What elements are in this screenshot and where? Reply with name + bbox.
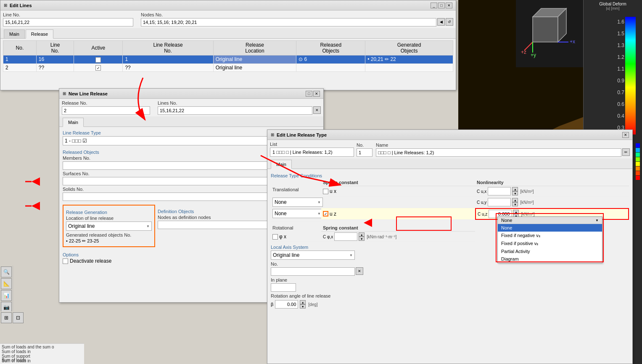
ert-name-label: Name xyxy=(376,142,630,148)
release-generation-header: Release Generation xyxy=(66,210,152,215)
minimize-btn[interactable]: _ xyxy=(431,3,437,8)
cphix-down[interactable]: ▼ xyxy=(359,237,365,241)
location-dropdown[interactable]: Original line ▼ xyxy=(66,222,152,231)
ert-name-input[interactable]: □□□ □ | Line Releases: 1,2) xyxy=(376,148,621,157)
tool-btn-3[interactable]: 📊 xyxy=(1,290,12,301)
nlr-close-btn[interactable]: ✕ xyxy=(313,91,320,97)
nlr-lines-no-label: Lines No. xyxy=(158,100,321,106)
ert-no-input[interactable]: 1 xyxy=(357,148,373,157)
nonlinearity-option-fixed-neg[interactable]: Fixed if negative v₂ xyxy=(498,232,602,240)
active-cb-1[interactable] xyxy=(95,57,101,63)
nonlinearity-dropdown-arrow: ▼ xyxy=(595,219,599,222)
svg-marker-12 xyxy=(32,177,40,186)
nonlinearity-option-partial[interactable]: Partial Activity xyxy=(498,248,602,255)
beta-input[interactable]: 0.00 xyxy=(275,300,298,309)
nodes-no-input[interactable]: 14,15; 15,16; 19,20; 20,21 xyxy=(141,18,436,26)
ert-tab-main[interactable]: Main xyxy=(271,160,292,169)
status-line2: Sum of loads in xyxy=(2,349,82,354)
cuy-input[interactable] xyxy=(488,198,511,206)
cuz-unit: [kN/m²] xyxy=(521,212,534,216)
cphix-input[interactable] xyxy=(334,232,357,241)
nodes-next-btn[interactable]: ↺ xyxy=(446,18,453,26)
in-plane-input[interactable] xyxy=(271,283,296,292)
active-cb-2[interactable] xyxy=(95,65,101,71)
cphix-up[interactable]: ▲ xyxy=(359,232,365,237)
no-field-btn[interactable]: ✕ xyxy=(356,267,363,275)
cuy-unit: [kN/m²] xyxy=(520,200,534,205)
icon-btn-copy[interactable]: ⊡ xyxy=(13,312,24,323)
deactivate-label: Deactivate release xyxy=(70,258,111,264)
cuy-spin: ▲ ▼ xyxy=(512,198,518,206)
nonlinearity-uz-cell xyxy=(271,220,321,222)
no-field-input[interactable] xyxy=(271,267,355,276)
beta-spin: ▲ ▼ xyxy=(300,300,306,309)
nonlinearity-none-2: None ▼ xyxy=(271,208,321,220)
nonlinearity-option-diagram[interactable]: Diagram xyxy=(498,255,602,263)
nonlinearity-uy-dropdown[interactable]: None ▼ xyxy=(272,209,323,218)
nonlinearity-ux-dropdown[interactable]: None ▼ xyxy=(272,198,323,207)
release-generation-box: Release Generation Location of line rele… xyxy=(63,205,155,247)
spring-constant-header: Spring constant xyxy=(321,179,475,186)
beta-unit: [deg] xyxy=(308,302,317,307)
cuz-up[interactable]: ▲ xyxy=(513,210,519,214)
local-axis-dropdown[interactable]: Original line ▼ xyxy=(271,251,355,260)
maximize-btn[interactable]: □ xyxy=(438,3,445,8)
col-location: ReleaseLocation xyxy=(213,41,296,55)
line-release-type-dropdown[interactable]: 1 - □□□ ☑ ▼ xyxy=(63,136,295,145)
close-btn[interactable]: ✕ xyxy=(446,3,452,8)
cuy-up[interactable]: ▲ xyxy=(512,198,518,202)
ux-checkbox[interactable] xyxy=(323,189,328,194)
new-line-release-title: New Line Release xyxy=(69,91,303,96)
ert-tabs: Main xyxy=(267,158,632,169)
icon-btn-new[interactable]: ⊞ xyxy=(1,312,12,323)
nonlin-arrow-icon-1: ▼ xyxy=(317,200,321,204)
cux-up[interactable]: ▲ xyxy=(512,187,518,191)
nonlinearity-option-fixed-pos[interactable]: Fixed if positive v₂ xyxy=(498,240,602,248)
cux-input[interactable] xyxy=(488,187,511,195)
nlr-tab-main[interactable]: Main xyxy=(63,118,84,127)
nlr-tabs: Main xyxy=(59,116,323,127)
ert-list-value[interactable]: 1 □□□ □ | Line Releases: 1,2) xyxy=(270,148,354,157)
release-no-label: Release No. xyxy=(62,100,154,106)
cuy-down[interactable]: ▼ xyxy=(512,202,518,206)
tab-main[interactable]: Main xyxy=(4,29,25,38)
ert-title: Edit Line Release Type xyxy=(277,132,620,137)
ert-close-btn[interactable]: ✕ xyxy=(622,132,629,138)
phix-checkbox[interactable] xyxy=(272,234,278,240)
table-row: 1 16 1 Original line ⊙ 6 • 20,21 ✏ 22 xyxy=(3,55,453,64)
cux-cell: C u,x ▲ ▼ [kN/m²] xyxy=(475,186,629,197)
beta-down[interactable]: ▼ xyxy=(300,304,306,309)
nonlinearity-dropdown-open[interactable]: None ▼ None Fixed if negative v₂ Fixed i… xyxy=(497,216,602,263)
edit-lines-window: ⊞ Edit Lines _ □ ✕ Line No. 15,16,21,22 … xyxy=(0,0,456,90)
beta-up[interactable]: ▲ xyxy=(300,300,306,304)
nlr-lines-no-input[interactable]: 15,16,21,22 xyxy=(158,106,312,115)
cux-down[interactable]: ▼ xyxy=(512,191,518,195)
nlr-lines-clear-btn[interactable]: ✕ xyxy=(313,106,321,114)
tool-btn-1[interactable]: 🔍 xyxy=(1,266,12,277)
in-plane-label: In plane xyxy=(271,277,629,282)
lines-table: No. LineNo. Active Line ReleaseNo. Relea… xyxy=(3,40,453,72)
uz-checkbox[interactable] xyxy=(323,211,328,216)
ert-name-btn[interactable]: ✏ xyxy=(622,148,630,156)
line-no-input[interactable]: 15,16,21,22 xyxy=(3,18,133,26)
cux-spin: ▲ ▼ xyxy=(512,187,518,195)
col-release-no: Line ReleaseNo. xyxy=(123,41,213,55)
nodes-prev-btn[interactable]: ◀ xyxy=(437,18,445,26)
nonlinearity-dropdown-selected: None xyxy=(501,218,512,223)
new-line-release-titlebar: ⊞ New Line Release □ ✕ xyxy=(59,89,323,99)
deactivate-checkbox[interactable] xyxy=(63,258,68,264)
cux-unit: [kN/m²] xyxy=(520,189,534,194)
ux-label: u x xyxy=(330,188,336,194)
cphix-label: C φ,x xyxy=(323,235,333,239)
color-scale-title: Global Deform xyxy=(585,2,640,6)
edit-lines-titlebar: ⊞ Edit Lines _ □ ✕ xyxy=(0,0,456,11)
release-no-input[interactable]: 2 xyxy=(62,106,150,115)
nonlinearity-option-none-active[interactable]: None xyxy=(498,224,602,232)
svg-text:+y: +y xyxy=(531,52,536,58)
nlr-maximize-btn[interactable]: □ xyxy=(306,91,312,97)
tab-release[interactable]: Release xyxy=(26,29,53,39)
tool-btn-2[interactable]: 📐 xyxy=(1,278,12,289)
col-released: ReleasedObjects xyxy=(296,41,365,55)
col-line-no: LineNo. xyxy=(36,41,74,55)
col-generated: GeneratedObjects xyxy=(365,41,453,55)
